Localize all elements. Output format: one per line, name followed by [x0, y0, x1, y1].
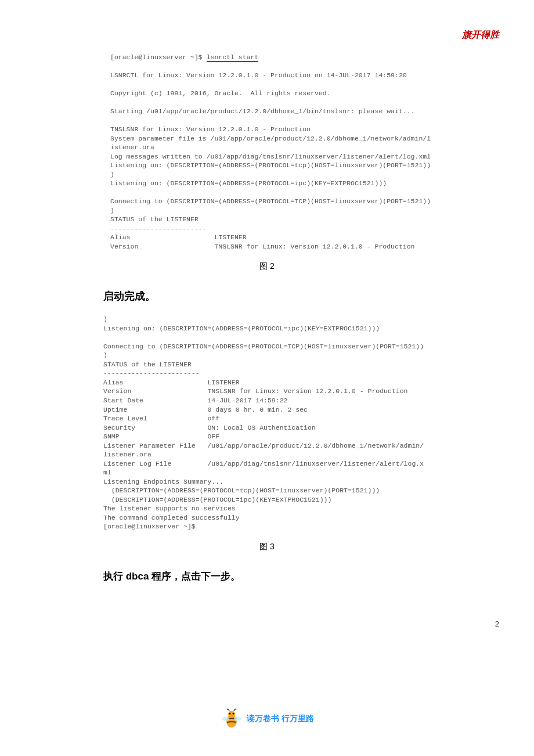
- bee-icon: [220, 707, 243, 730]
- command-underlined: lsnrctl start: [207, 53, 259, 62]
- terminal-output-2: LSNRCTL for Linux: Version 12.2.0.1.0 - …: [110, 71, 431, 250]
- footer-text: 读万卷书 行万里路: [247, 714, 314, 724]
- footer-content: 读万卷书 行万里路: [220, 707, 314, 730]
- svg-point-4: [222, 717, 229, 721]
- svg-point-5: [234, 717, 241, 721]
- instruction-prefix: 执行: [103, 571, 126, 582]
- instruction-middle: 程序，点击: [149, 571, 201, 582]
- instruction-cmd: dbca: [126, 571, 149, 582]
- terminal-figure-2: [oracle@linuxserver ~]$ lsnrctl start LS…: [110, 53, 476, 251]
- instruction-suffix: 。: [230, 571, 240, 582]
- footer: 读万卷书 行万里路: [0, 707, 534, 733]
- instruction-next: 下一步: [201, 571, 230, 582]
- terminal-figure-3: ) Listening on: (DESCRIPTION=(ADDRESS=(P…: [103, 315, 476, 531]
- heading-startup-complete: 启动完成。: [103, 289, 499, 303]
- figure-3-caption: 图 3: [35, 542, 499, 552]
- page-number: 2: [495, 620, 499, 628]
- svg-point-1: [228, 711, 235, 718]
- instruction-line: 执行 dbca 程序，点击下一步。: [103, 570, 499, 583]
- svg-point-3: [233, 713, 234, 715]
- figure-2-caption: 图 2: [35, 261, 499, 272]
- shell-prompt: [oracle@linuxserver ~]$: [110, 53, 207, 61]
- header-banner: 旗开得胜: [35, 29, 499, 41]
- svg-point-2: [229, 713, 231, 715]
- document-page: 旗开得胜 [oracle@linuxserver ~]$ lsnrctl sta…: [0, 0, 534, 756]
